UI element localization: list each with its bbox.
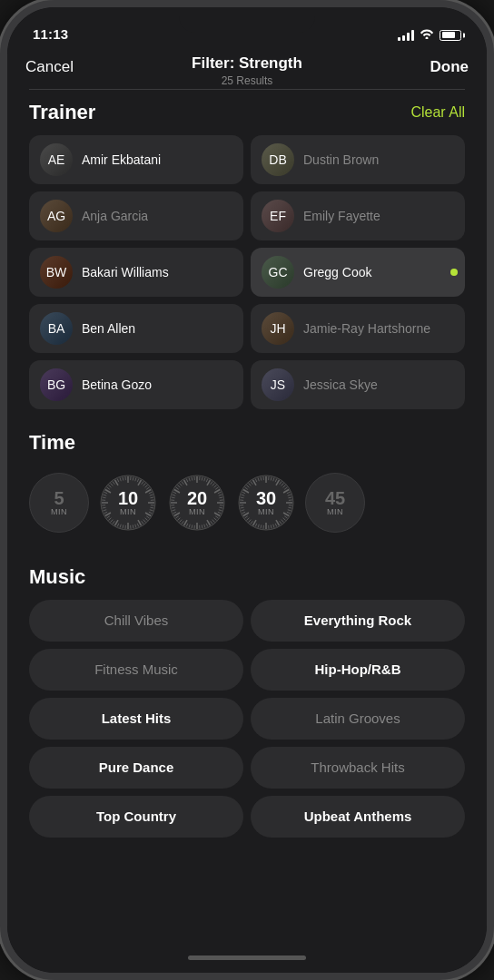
signal-bar-3 — [407, 33, 410, 41]
dial-label-45: MIN — [327, 507, 343, 516]
music-item-latin[interactable]: Latin Grooves — [251, 698, 465, 740]
battery-icon — [440, 30, 461, 41]
status-time: 11:13 — [33, 26, 68, 42]
trainer-name-dustin: Dustin Brown — [303, 152, 379, 168]
trainer-item-bakari[interactable]: BWBakari Williams — [29, 248, 243, 297]
time-dial-20[interactable]: 20MIN — [167, 473, 227, 533]
time-dial-45[interactable]: 45MIN — [305, 473, 365, 533]
notch — [179, 7, 315, 33]
music-label-country: Top Country — [96, 808, 176, 824]
trainer-name-ben: Ben Allen — [82, 321, 135, 337]
trainer-grid: AEAmir EkbataniDBDustin BrownAGAnja Garc… — [29, 135, 465, 409]
music-item-pure[interactable]: Pure Dance — [29, 747, 243, 789]
dial-label-30: MIN — [258, 507, 274, 516]
battery-fill — [442, 32, 455, 38]
filter-title: Filter: Strength — [192, 54, 302, 73]
music-section-header: Music — [29, 565, 465, 589]
trainer-avatar-betina: BG — [40, 368, 73, 401]
dial-number-45: 45 — [325, 489, 345, 507]
trainer-section-header: Trainer Clear All — [29, 101, 465, 124]
cancel-button[interactable]: Cancel — [25, 54, 74, 80]
music-label-everything-rock: Everything Rock — [304, 612, 411, 628]
time-title: Time — [29, 431, 75, 455]
dial-label-20: MIN — [189, 507, 205, 516]
trainer-title: Trainer — [29, 101, 95, 124]
signal-bar-4 — [411, 30, 414, 41]
trainer-item-amir[interactable]: AEAmir Ekbatani — [29, 135, 243, 184]
trainer-avatar-bakari: BW — [40, 256, 73, 289]
music-label-fitness: Fitness Music — [94, 662, 178, 677]
trainer-name-betina: Betina Gozo — [82, 377, 152, 393]
time-dial-10[interactable]: 10MIN — [98, 473, 158, 533]
music-label-hiphop: Hip-Hop/R&B — [315, 662, 401, 677]
trainer-avatar-ben: BA — [40, 312, 73, 345]
trainer-avatar-gregg: GC — [262, 256, 294, 289]
trainer-avatar-anja: AG — [40, 200, 73, 232]
dial-number-10: 10 — [118, 489, 138, 507]
trainer-name-jessica: Jessica Skye — [303, 377, 378, 393]
dial-label-5: MIN — [51, 507, 67, 516]
trainer-avatar-jamie: JH — [262, 312, 294, 345]
trainer-avatar-dustin: DB — [262, 143, 294, 176]
trainer-section: Trainer Clear All AEAmir EkbataniDBDusti… — [7, 90, 487, 416]
scroll-content[interactable]: Trainer Clear All AEAmir EkbataniDBDusti… — [7, 90, 487, 942]
signal-bars — [398, 30, 414, 41]
trainer-item-anja[interactable]: AGAnja Garcia — [29, 191, 243, 240]
music-item-chill[interactable]: Chill Vibes — [29, 600, 243, 642]
dial-number-20: 20 — [187, 489, 207, 507]
dial-label-10: MIN — [120, 507, 136, 516]
trainer-avatar-emily: EF — [262, 200, 294, 232]
music-label-throwback: Throwback Hits — [311, 760, 404, 775]
music-item-country[interactable]: Top Country — [29, 796, 243, 838]
done-button[interactable]: Done — [430, 54, 469, 80]
header-center: Filter: Strength 25 Results — [192, 54, 302, 87]
music-item-upbeat[interactable]: Upbeat Anthems — [251, 796, 465, 838]
home-indicator — [7, 942, 487, 973]
music-item-throwback[interactable]: Throwback Hits — [251, 747, 465, 789]
time-dial-5[interactable]: 5MIN — [29, 473, 89, 533]
time-dial-30[interactable]: 30MIN — [236, 473, 296, 533]
time-section-header: Time — [29, 431, 465, 455]
trainer-name-anja: Anja Garcia — [82, 209, 148, 224]
music-item-hiphop[interactable]: Hip-Hop/R&B — [251, 649, 465, 691]
music-label-pure: Pure Dance — [99, 760, 174, 775]
trainer-item-gregg[interactable]: GCGregg Cook — [251, 248, 465, 297]
time-dials: 5MIN10MIN20MIN30MIN45MIN — [29, 466, 465, 540]
music-label-chill: Chill Vibes — [104, 612, 169, 628]
status-icons — [398, 28, 461, 42]
music-grid: Chill VibesEverything RockFitness MusicH… — [29, 600, 465, 838]
phone-frame: 11:13 Cancel — [0, 0, 494, 980]
dial-number-5: 5 — [54, 489, 64, 507]
music-item-everything-rock[interactable]: Everything Rock — [251, 600, 465, 642]
time-section: Time 5MIN10MIN20MIN30MIN45MIN — [7, 416, 487, 551]
trainer-item-dustin[interactable]: DBDustin Brown — [251, 135, 465, 184]
trainer-item-jamie[interactable]: JHJamie-Ray Hartshorne — [251, 304, 465, 353]
trainer-item-jessica[interactable]: JSJessica Skye — [251, 360, 465, 409]
music-label-latin: Latin Grooves — [315, 710, 400, 726]
trainer-item-emily[interactable]: EFEmily Fayette — [251, 191, 465, 240]
signal-bar-2 — [402, 35, 405, 41]
music-item-latest[interactable]: Latest Hits — [29, 698, 243, 740]
trainer-name-jamie: Jamie-Ray Hartshorne — [303, 321, 430, 337]
trainer-item-ben[interactable]: BABen Allen — [29, 304, 243, 353]
trainer-avatar-amir: AE — [40, 143, 73, 176]
top-nav-bar: Cancel Filter: Strength 25 Results Done — [7, 47, 487, 89]
results-count: 25 Results — [192, 74, 302, 87]
music-section: Music Chill VibesEverything RockFitness … — [7, 551, 487, 856]
phone-inner: 11:13 Cancel — [7, 7, 487, 973]
trainer-name-emily: Emily Fayette — [303, 209, 380, 224]
trainer-name-bakari: Bakari Williams — [82, 265, 169, 280]
trainer-name-gregg: Gregg Cook — [303, 265, 371, 280]
music-label-upbeat: Upbeat Anthems — [304, 808, 412, 824]
trainer-item-betina[interactable]: BGBetina Gozo — [29, 360, 243, 409]
trainer-avatar-jessica: JS — [262, 368, 294, 401]
trainer-name-amir: Amir Ekbatani — [82, 152, 161, 168]
wifi-icon — [420, 28, 434, 42]
signal-bar-1 — [398, 37, 400, 41]
home-bar — [188, 956, 306, 960]
music-item-fitness[interactable]: Fitness Music — [29, 649, 243, 691]
music-title: Music — [29, 565, 85, 589]
clear-all-button[interactable]: Clear All — [410, 104, 465, 121]
dial-number-30: 30 — [256, 489, 276, 507]
music-label-latest: Latest Hits — [102, 710, 172, 726]
